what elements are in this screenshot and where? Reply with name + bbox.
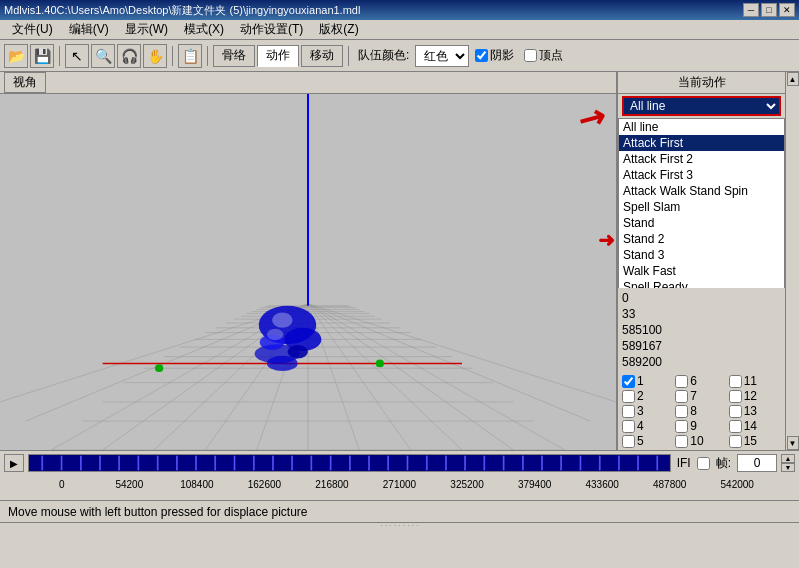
list-item[interactable]: Spell Slam xyxy=(619,199,784,215)
svg-rect-69 xyxy=(445,456,446,470)
list-item[interactable]: Stand 3 xyxy=(619,247,784,263)
action-dropdown-container: All line xyxy=(618,94,785,118)
checkbox-14: 14 xyxy=(729,419,781,433)
ifi-label: IFI xyxy=(675,456,693,470)
action-dropdown[interactable]: All line xyxy=(622,96,781,116)
list-item[interactable]: Stand 2 xyxy=(619,231,784,247)
maximize-button[interactable]: □ xyxy=(761,3,777,17)
checkboxes-area: 1 6 11 2 7 12 3 8 13 4 9 14 5 10 15 xyxy=(618,372,785,450)
tick-10: 542000 xyxy=(703,479,771,490)
view-button[interactable]: 视角 xyxy=(4,72,46,93)
shadow-checkbox[interactable] xyxy=(475,49,488,62)
menu-file[interactable]: 文件(U) xyxy=(4,19,61,40)
svg-rect-54 xyxy=(157,456,158,470)
toolbar-save-button[interactable]: 💾 xyxy=(30,44,54,68)
menu-mode[interactable]: 模式(X) xyxy=(176,19,232,40)
toolbar-copy-button[interactable]: 📋 xyxy=(178,44,202,68)
list-item[interactable]: Attack First 2 xyxy=(619,151,784,167)
tick-9: 487800 xyxy=(636,479,704,490)
menu-edit[interactable]: 编辑(V) xyxy=(61,19,117,40)
svg-rect-63 xyxy=(330,456,331,470)
timeline-svg xyxy=(29,455,670,471)
list-item[interactable]: Spell Ready xyxy=(619,279,784,288)
toolbar-zoom-button[interactable]: 🔍 xyxy=(91,44,115,68)
svg-rect-61 xyxy=(292,456,293,470)
svg-point-45 xyxy=(272,312,293,327)
list-item-attack-first[interactable]: Attack First xyxy=(619,135,784,151)
viewport-header: 视角 xyxy=(0,72,616,94)
ifi-checkbox[interactable] xyxy=(697,457,710,470)
svg-rect-72 xyxy=(503,456,504,470)
tab-skeleton[interactable]: 骨络 xyxy=(213,45,255,67)
checkbox-1: 1 xyxy=(622,374,674,388)
svg-rect-78 xyxy=(618,456,619,470)
checkbox-10: 10 xyxy=(675,434,727,448)
checkbox-9: 9 xyxy=(675,419,727,433)
tick-0: 0 xyxy=(28,479,96,490)
play-button[interactable]: ▶ xyxy=(4,454,24,472)
list-item[interactable]: Walk Fast xyxy=(619,263,784,279)
svg-rect-52 xyxy=(119,456,120,470)
svg-rect-74 xyxy=(542,456,543,470)
svg-rect-75 xyxy=(561,456,562,470)
svg-rect-67 xyxy=(407,456,408,470)
resize-handle[interactable]: · · · · · · · · · xyxy=(0,522,799,528)
tick-8: 433600 xyxy=(568,479,636,490)
menu-action-settings[interactable]: 动作设置(T) xyxy=(232,19,311,40)
status-text: Move mouse with left button pressed for … xyxy=(8,505,307,519)
vertex-checkbox[interactable] xyxy=(524,49,537,62)
toolbar-headphones-button[interactable]: 🎧 xyxy=(117,44,141,68)
tab-move[interactable]: 移动 xyxy=(301,45,343,67)
main-area: 视角 xyxy=(0,72,799,450)
svg-rect-55 xyxy=(176,456,177,470)
minimize-button[interactable]: ─ xyxy=(743,3,759,17)
viewport-canvas[interactable]: ↗ xyxy=(0,94,616,450)
svg-rect-53 xyxy=(138,456,139,470)
svg-rect-48 xyxy=(42,456,43,470)
frame-up-button[interactable]: ▲ xyxy=(781,454,795,463)
svg-rect-77 xyxy=(599,456,600,470)
checkbox-4: 4 xyxy=(622,419,674,433)
checkbox-8: 8 xyxy=(675,404,727,418)
title-controls: ─ □ ✕ xyxy=(743,3,795,17)
checkbox-5: 5 xyxy=(622,434,674,448)
checkbox-13: 13 xyxy=(729,404,781,418)
list-item[interactable]: Attack Walk Stand Spin xyxy=(619,183,784,199)
timeline-area: ▶ xyxy=(0,450,799,500)
svg-rect-73 xyxy=(522,456,523,470)
svg-rect-70 xyxy=(465,456,466,470)
color-select[interactable]: 红色 xyxy=(415,45,469,67)
menu-copyright[interactable]: 版权(Z) xyxy=(311,19,366,40)
svg-rect-66 xyxy=(388,456,389,470)
tab-action[interactable]: 动作 xyxy=(257,45,299,67)
toolbar-hand-button[interactable]: ✋ xyxy=(143,44,167,68)
svg-rect-58 xyxy=(234,456,235,470)
list-item[interactable]: Stand xyxy=(619,215,784,231)
shadow-checkbox-label: 阴影 xyxy=(471,47,518,64)
tick-6: 325200 xyxy=(433,479,501,490)
menu-view[interactable]: 显示(W) xyxy=(117,19,176,40)
svg-rect-80 xyxy=(657,456,658,470)
toolbar-separator-2 xyxy=(172,46,173,66)
toolbar-cursor-button[interactable]: ↖ xyxy=(65,44,89,68)
toolbar-open-button[interactable]: 📂 xyxy=(4,44,28,68)
svg-rect-76 xyxy=(580,456,581,470)
list-item[interactable]: Attack First 3 xyxy=(619,167,784,183)
svg-rect-65 xyxy=(369,456,370,470)
checkbox-2: 2 xyxy=(622,389,674,403)
frame-down-button[interactable]: ▼ xyxy=(781,463,795,472)
timeline-track[interactable] xyxy=(28,454,671,472)
close-button[interactable]: ✕ xyxy=(779,3,795,17)
svg-point-46 xyxy=(267,329,283,341)
checkbox-6: 6 xyxy=(675,374,727,388)
right-scrollbar[interactable]: ▲ ▼ xyxy=(785,72,799,450)
menu-bar: 文件(U) 编辑(V) 显示(W) 模式(X) 动作设置(T) 版权(Z) xyxy=(0,20,799,40)
scroll-up-button[interactable]: ▲ xyxy=(787,72,799,86)
frame-input[interactable] xyxy=(737,454,777,472)
list-item[interactable]: All line xyxy=(619,119,784,135)
right-panel-header: 当前动作 xyxy=(618,72,785,94)
scroll-down-button[interactable]: ▼ xyxy=(787,436,799,450)
tick-7: 379400 xyxy=(501,479,569,490)
svg-point-43 xyxy=(287,345,308,358)
frame-label: 帧: xyxy=(714,455,733,472)
